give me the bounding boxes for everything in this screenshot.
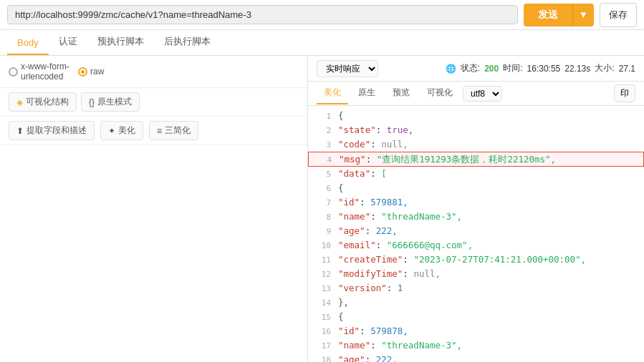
line-content-18: "age": 222,	[338, 353, 398, 362]
response-tabs: 美化 原生 预览 可视化 utf8 印	[308, 82, 644, 106]
json-line-11: 11 "createTime": "2023-07-27T07:41:21.00…	[308, 253, 644, 267]
json-line-13: 13 "version": 1	[308, 281, 644, 295]
json-line-18: 18 "age": 222,	[308, 353, 644, 362]
line-content-3: "code": null,	[338, 137, 408, 151]
json-line-9: 9 "age": 222,	[308, 224, 644, 238]
line-number-17: 17	[311, 340, 331, 352]
tab-post-script[interactable]: 后执行脚本	[154, 29, 221, 55]
json-line-5: 5 "data": [	[308, 167, 644, 181]
raw-mode-btn[interactable]: {} 原生模式	[81, 92, 140, 112]
send-button[interactable]: 发送	[524, 4, 572, 26]
json-line-1: 1{	[308, 109, 644, 123]
radio-urlencoded	[9, 67, 18, 77]
time-label: 时间:	[503, 62, 522, 74]
json-line-17: 17 "name": "threadName-3",	[308, 338, 644, 353]
status-code: 200	[484, 64, 499, 74]
tab-auth[interactable]: 认证	[49, 29, 87, 55]
tab-body[interactable]: Body	[7, 31, 49, 55]
line-content-13: "version": 1	[338, 281, 403, 295]
body-type-row: x-www-form-urlencoded raw	[0, 56, 307, 88]
raw-mode-label: 原生模式	[97, 96, 132, 108]
line-number-13: 13	[311, 283, 331, 295]
line-number-1: 1	[311, 110, 331, 122]
size-label: 大小:	[595, 62, 614, 74]
json-line-12: 12 "modifyTime": null,	[308, 267, 644, 281]
line-number-18: 18	[311, 354, 331, 362]
line-content-17: "name": "threadName-3",	[338, 338, 462, 352]
line-content-8: "name": "threadName-3",	[338, 210, 462, 223]
left-panel: x-www-form-urlencoded raw ◈ 可视化结构 {} 原生模…	[0, 56, 308, 362]
beautify-icon: ✦	[108, 126, 115, 136]
visual-structure-btn[interactable]: ◈ 可视化结构	[9, 92, 77, 112]
url-input[interactable]	[7, 5, 518, 24]
visual-structure-label: 可视化结构	[26, 96, 69, 108]
line-number-12: 12	[311, 268, 331, 280]
encoding-select[interactable]: utf8	[463, 86, 502, 102]
json-line-4: 4 "msg": "查询结果191293条数据，耗时22120ms",	[308, 152, 644, 167]
beautify-label: 美化	[118, 124, 135, 137]
line-number-9: 9	[311, 225, 331, 238]
top-bar: 发送 ▼ 保存	[0, 0, 644, 30]
response-size: 27.1	[619, 64, 635, 74]
line-content-2: "state": true,	[338, 123, 413, 137]
tab-pre-script[interactable]: 预执行脚本	[87, 29, 154, 55]
duration: 22.13s	[564, 64, 590, 74]
line-number-14: 14	[311, 297, 331, 309]
json-line-8: 8 "name": "threadName-3",	[308, 210, 644, 224]
json-line-16: 16 "id": 579878,	[308, 324, 644, 338]
line-content-11: "createTime": "2023-07-27T07:41:21.000+0…	[338, 253, 586, 266]
response-type-select[interactable]: 实时响应	[317, 60, 378, 77]
raw-mode-icon: {}	[89, 97, 95, 107]
form-urlencoded-option[interactable]: x-www-form-urlencoded	[9, 62, 69, 82]
status-label: 状态:	[461, 62, 480, 74]
simplify-btn[interactable]: ≡ 三简化	[149, 121, 198, 140]
globe-icon: 🌐	[446, 64, 456, 74]
extract-icon: ⬆	[16, 126, 24, 136]
raw-option[interactable]: raw	[78, 67, 104, 77]
line-content-16: "id": 579878,	[338, 324, 408, 338]
json-line-10: 10 "email": "666666@qq.com",	[308, 238, 644, 253]
json-line-6: 6 {	[308, 181, 644, 195]
resp-tab-beautify[interactable]: 美化	[317, 82, 348, 104]
line-content-14: },	[338, 295, 349, 309]
left-editor[interactable]	[0, 145, 307, 362]
resp-tab-raw[interactable]: 原生	[351, 82, 383, 104]
beautify-btn[interactable]: ✦ 美化	[100, 121, 143, 140]
line-number-15: 15	[311, 311, 331, 323]
line-content-1: {	[338, 109, 344, 122]
main-area: x-www-form-urlencoded raw ◈ 可视化结构 {} 原生模…	[0, 56, 644, 362]
response-header: 实时响应 🌐 状态: 200 时间: 16:30:55 22.13s 大小: 2…	[308, 56, 644, 82]
copy-button[interactable]: 印	[614, 84, 635, 102]
simplify-icon: ≡	[157, 126, 162, 136]
line-content-4: "msg": "查询结果191293条数据，耗时22120ms",	[339, 152, 556, 166]
urlencoded-label: x-www-form-urlencoded	[21, 62, 69, 82]
line-content-9: "age": 222,	[338, 224, 398, 238]
line-number-5: 5	[311, 168, 331, 180]
line-content-5: "data": [	[338, 167, 387, 180]
line-content-7: "id": 579881,	[338, 195, 408, 209]
line-number-7: 7	[311, 197, 331, 209]
json-line-2: 2 "state": true,	[308, 123, 644, 137]
json-line-15: 15 {	[308, 310, 644, 324]
json-line-7: 7 "id": 579881,	[308, 195, 644, 210]
send-dropdown-button[interactable]: ▼	[572, 4, 594, 26]
response-time: 16:30:55	[527, 64, 561, 74]
resp-tab-preview[interactable]: 预览	[385, 82, 417, 104]
line-number-4: 4	[312, 154, 332, 166]
resp-tab-visual[interactable]: 可视化	[420, 82, 460, 104]
line-content-15: {	[338, 310, 344, 323]
right-panel: 实时响应 🌐 状态: 200 时间: 16:30:55 22.13s 大小: 2…	[308, 56, 644, 362]
line-number-8: 8	[311, 211, 331, 223]
raw-label: raw	[90, 67, 104, 77]
format-buttons: ◈ 可视化结构 {} 原生模式	[0, 88, 307, 117]
left-actions: ⬆ 提取字段和描述 ✦ 美化 ≡ 三简化	[0, 117, 307, 145]
save-button[interactable]: 保存	[600, 3, 637, 27]
response-status: 🌐 状态: 200 时间: 16:30:55 22.13s 大小: 27.1	[446, 62, 635, 74]
line-number-2: 2	[311, 124, 331, 137]
extract-fields-btn[interactable]: ⬆ 提取字段和描述	[9, 121, 95, 140]
line-content-10: "email": "666666@qq.com",	[338, 238, 473, 252]
line-content-6: {	[338, 181, 344, 195]
extract-label: 提取字段和描述	[27, 124, 87, 137]
line-number-11: 11	[311, 254, 331, 266]
line-number-6: 6	[311, 182, 331, 195]
